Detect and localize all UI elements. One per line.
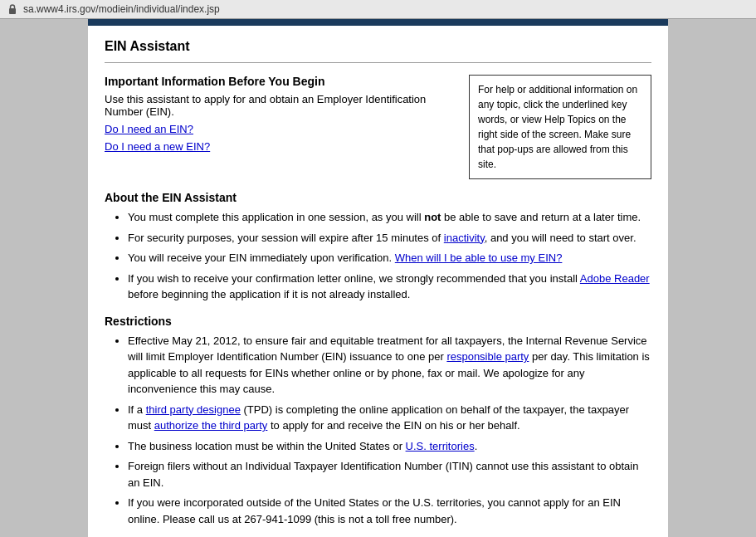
restrictions-title: Restrictions <box>105 315 651 328</box>
list-item: Effective May 21, 2012, to ensure fair a… <box>128 333 651 398</box>
intro-text: Use this assistant to apply for and obta… <box>105 93 459 118</box>
adobe-reader-link[interactable]: Adobe Reader <box>580 272 650 285</box>
top-bar <box>88 19 668 26</box>
list-item: You must complete this application in on… <box>128 209 651 226</box>
page-title: EIN Assistant <box>105 39 651 54</box>
list-item: You will receive your EIN immediately up… <box>128 250 651 266</box>
svg-rect-0 <box>9 8 16 14</box>
link-need-new-ein[interactable]: Do I need a new EIN? <box>105 139 459 156</box>
us-territories-link[interactable]: U.S. territories <box>406 440 475 452</box>
list-item: If you were incorporated outside of the … <box>128 495 651 527</box>
url-bar: sa.www4.irs.gov/modiein/individual/index… <box>23 3 220 15</box>
important-left: Important Information Before You Begin U… <box>105 75 459 164</box>
inactivity-link[interactable]: inactivity <box>444 232 485 244</box>
list-item: The business location must be within the… <box>128 438 651 455</box>
about-title: About the EIN Assistant <box>105 191 651 204</box>
important-title: Important Information Before You Begin <box>105 75 459 88</box>
restrictions-list: Effective May 21, 2012, to ensure fair a… <box>128 333 651 528</box>
list-item: If you wish to receive your confirmation… <box>128 271 651 303</box>
when-ein-link[interactable]: When will I be able to use my EIN? <box>395 251 563 264</box>
authorize-link[interactable]: authorize the third party <box>154 419 268 432</box>
help-tooltip: For help or additional information on an… <box>469 75 651 179</box>
divider <box>105 62 651 63</box>
list-item: Foreign filers without an Individual Tax… <box>128 458 651 491</box>
about-list: You must complete this application in on… <box>128 209 651 303</box>
link-need-ein[interactable]: Do I need an EIN? <box>105 121 459 139</box>
lock-icon <box>7 3 18 15</box>
browser-bar: sa.www4.irs.gov/modiein/individual/index… <box>0 0 756 19</box>
ein-links: Do I need an EIN? Do I need a new EIN? <box>105 121 459 156</box>
third-party-designee-link[interactable]: third party designee <box>146 403 241 416</box>
list-item: For security purposes, your session will… <box>128 230 651 247</box>
list-item: If a third party designee (TPD) is compl… <box>128 402 651 434</box>
responsible-party-link[interactable]: responsible party <box>446 350 529 363</box>
about-section: About the EIN Assistant You must complet… <box>105 191 651 303</box>
restrictions-section: Restrictions Effective May 21, 2012, to … <box>105 315 651 528</box>
important-section: Important Information Before You Begin U… <box>105 75 651 179</box>
